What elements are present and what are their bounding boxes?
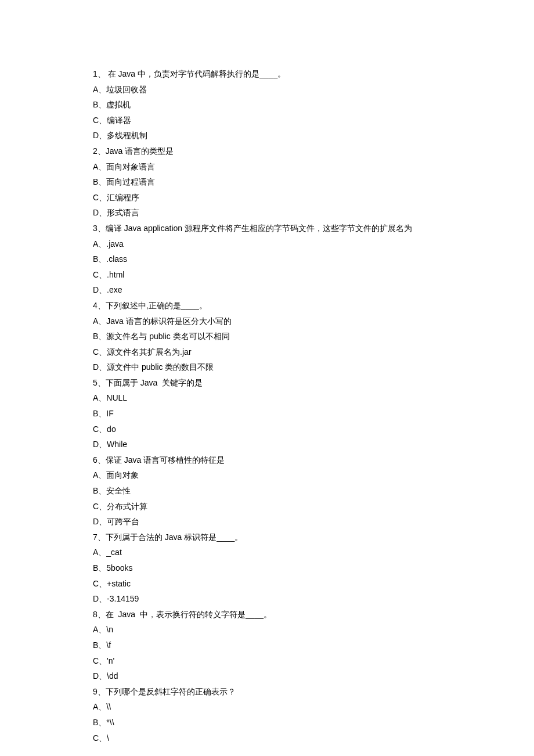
question-option: B、源文件名与 public 类名可以不相同 xyxy=(93,329,441,344)
question-option: B、5books xyxy=(93,560,441,576)
page-content: 1、 在 Java 中，负责对字节代码解释执行的是____。A、垃圾回收器B、虚… xyxy=(0,0,534,756)
question-option: D、-3.14159 xyxy=(93,591,441,607)
question-option: D、.exe xyxy=(93,282,441,298)
question-option: D、源文件中 public 类的数目不限 xyxy=(93,359,441,375)
question-stem: 1、 在 Java 中，负责对字节代码解释执行的是____。 xyxy=(93,66,441,82)
question-option: A、_cat xyxy=(93,545,441,560)
question-stem: 6、保证 Java 语言可移植性的特征是 xyxy=(93,452,441,468)
question-option: A、面向对象语言 xyxy=(93,159,441,175)
question-option: A、\n xyxy=(93,622,441,638)
question-option: C、汇编程序 xyxy=(93,190,441,206)
question-stem: 3、编译 Java application 源程序文件将产生相应的字节码文件，这… xyxy=(93,221,441,236)
question-stem: 5、下面属于 Java 关键字的是 xyxy=(93,375,441,391)
question-option: D、形式语言 xyxy=(93,205,441,221)
question-option: A、垃圾回收器 xyxy=(93,82,441,98)
question-stem: 9、下列哪个是反斜杠字符的正确表示？ xyxy=(93,684,441,700)
question-option: D、多线程机制 xyxy=(93,128,441,143)
question-option: D、\dd xyxy=(93,668,441,684)
question-stem: 2、Java 语言的类型是 xyxy=(93,143,441,159)
question-option: D、可跨平台 xyxy=(93,514,441,530)
question-option: B、*\\ xyxy=(93,715,441,730)
question-option: C、.html xyxy=(93,267,441,283)
question-option: B、.class xyxy=(93,251,441,267)
question-option: C、源文件名其扩展名为.jar xyxy=(93,344,441,360)
question-option: B、安全性 xyxy=(93,483,441,499)
question-option: C、+static xyxy=(93,576,441,592)
question-option: A、面向对象 xyxy=(93,467,441,483)
question-option: A、Java 语言的标识符是区分大小写的 xyxy=(93,314,441,329)
question-stem: 4、下列叙述中,正确的是____。 xyxy=(93,298,441,314)
question-option: A、NULL xyxy=(93,390,441,406)
question-option: A、.java xyxy=(93,236,441,252)
question-option: B、虚拟机 xyxy=(93,97,441,113)
question-option: D、While xyxy=(93,437,441,452)
question-stem: 8、在 Java 中，表示换行符的转义字符是____。 xyxy=(93,607,441,622)
question-option: C、'n' xyxy=(93,653,441,669)
question-stem: 7、下列属于合法的 Java 标识符是____。 xyxy=(93,530,441,545)
question-option: B、面向过程语言 xyxy=(93,174,441,190)
question-option: C、do xyxy=(93,422,441,437)
question-option: C、\ xyxy=(93,730,441,746)
question-option: C、编译器 xyxy=(93,113,441,128)
question-option: B、IF xyxy=(93,406,441,422)
question-option: A、\\ xyxy=(93,699,441,715)
question-option: C、分布式计算 xyxy=(93,499,441,514)
question-option: B、\f xyxy=(93,638,441,653)
